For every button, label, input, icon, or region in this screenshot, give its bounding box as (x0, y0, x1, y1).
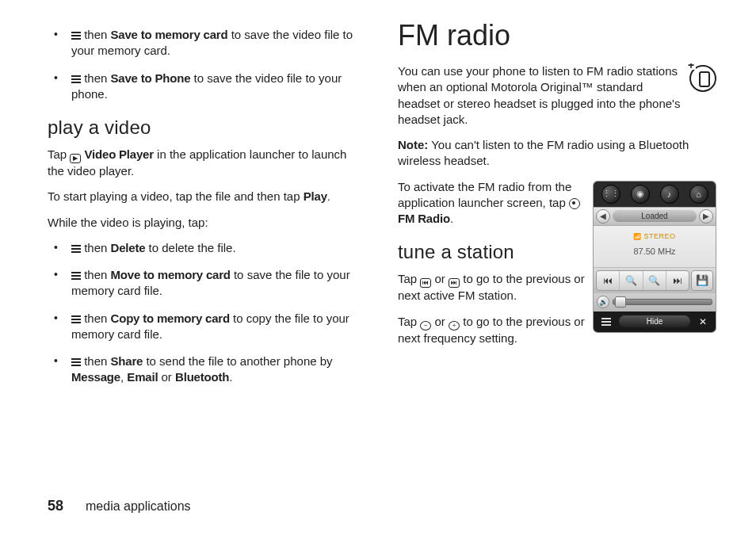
page-number: 58 (48, 498, 63, 514)
bullet-share: then Share to send the file to another p… (71, 353, 366, 386)
fm-top-button-2[interactable]: ◉ (631, 185, 650, 204)
fm-top-bar: ⋮⋮ ◉ ♪ ⌂ (594, 182, 716, 207)
action-save-memory: Save to memory card (111, 28, 228, 41)
note-label: Note: (398, 138, 428, 151)
fm-hide-button[interactable]: Hide (619, 315, 690, 327)
then-text: then (81, 311, 111, 325)
headset-accessory-icon (689, 65, 716, 92)
tune-station-heading: tune a station (398, 241, 585, 263)
fm-freq-down-button[interactable]: 🔍 (620, 271, 643, 290)
bullet-delete: then Delete to delete the file. (71, 240, 366, 256)
freq-up-icon: + (449, 321, 460, 331)
fm-next-station-button[interactable]: ⏭ (666, 271, 689, 290)
fm-status-row: ◀ Loaded ▶ (594, 207, 716, 226)
play-p1: Tap ▶ Video Player in the application la… (48, 147, 366, 179)
fm-stereo-label: STEREO (598, 232, 711, 240)
play-bullet-list: then Delete to delete the file. then Mov… (48, 240, 366, 386)
page-footer: 58media applications (48, 498, 191, 514)
fm-freq-up-button[interactable]: 🔍 (643, 271, 666, 290)
right-column: FM radio You can use your phone to liste… (398, 24, 716, 468)
fm-radio-label: FM Radio (398, 212, 450, 225)
bullet-save-memory: then Save to memory card to save the vid… (71, 27, 366, 59)
then-text: then (81, 241, 111, 254)
play-action: Play (304, 189, 327, 203)
text: or (158, 370, 175, 384)
fm-display: STEREO 87.50 MHz (594, 226, 716, 268)
tune-p2: Tap − or + to go to the previous or next… (398, 314, 585, 346)
fm-radio-heading: FM radio (398, 19, 716, 52)
left-column: then Save to memory card to save the vid… (48, 24, 366, 468)
fm-save-preset-button[interactable]: 💾 (691, 270, 713, 291)
then-text: then (81, 71, 111, 85)
bullet-copy-memory: then Copy to memory card to copy the fil… (71, 311, 366, 343)
share-email: Email (127, 370, 158, 384)
then-text: then (81, 268, 111, 281)
prev-station-icon: ⏮ (420, 278, 431, 288)
menu-icon (71, 358, 81, 366)
then-text: then (81, 28, 111, 41)
play-p2: To start playing a video, tap the file a… (48, 189, 366, 204)
fm-seek-group: ⏮ 🔍 🔍 ⏭ (596, 270, 689, 291)
video-player-label: Video Player (85, 147, 154, 161)
text: To start playing a video, tap the file a… (48, 189, 304, 203)
bullet-move-memory: then Move to memory card to save the fil… (71, 267, 366, 300)
fm-top-button-4[interactable]: ⌂ (689, 185, 708, 204)
save-bullet-list: then Save to memory card to save the vid… (48, 27, 366, 102)
footer-label: media applications (86, 499, 191, 513)
share-message: Message (71, 370, 120, 384)
text: . (327, 189, 330, 203)
action-move-memory: Move to memory card (111, 268, 231, 281)
fm-control-row: ⏮ 🔍 🔍 ⏭ 💾 (594, 268, 716, 293)
fm-volume-row: 🔊 (594, 293, 716, 311)
action-copy-memory: Copy to memory card (111, 311, 230, 325)
note-text: You can't listen to the FM radio using a… (398, 138, 689, 167)
play-video-heading: play a video (48, 117, 366, 139)
action-save-phone: Save to Phone (111, 71, 191, 85)
action-delete: Delete (111, 241, 146, 254)
text: . (229, 370, 232, 384)
text: Tap (48, 147, 70, 161)
menu-icon (71, 245, 81, 253)
menu-icon (71, 32, 81, 40)
menu-icon (71, 272, 81, 280)
text: Tap (398, 315, 420, 328)
freq-down-icon: − (420, 321, 431, 331)
fm-prev-station-button[interactable]: ⏮ (597, 271, 620, 290)
bullet-save-phone: then Save to Phone to save the video fil… (71, 71, 366, 103)
fm-note: Note: You can't listen to the FM radio u… (398, 137, 716, 170)
text: or (431, 272, 449, 285)
text: To activate the FM radio from the applic… (398, 180, 571, 209)
fm-radio-icon (569, 198, 580, 209)
text: or (431, 315, 449, 328)
menu-icon (71, 315, 81, 323)
fm-menu-button[interactable] (597, 315, 616, 329)
tail-text: to send the file to another phone by (143, 354, 332, 368)
text: . (450, 212, 453, 225)
fm-prev-preset-button[interactable]: ◀ (596, 209, 610, 224)
fm-bottom-bar: Hide ✕ (594, 311, 716, 332)
share-bluetooth: Bluetooth (175, 370, 229, 384)
fm-next-preset-button[interactable]: ▶ (699, 209, 713, 224)
fm-top-button-3[interactable]: ♪ (660, 185, 679, 204)
fm-radio-widget: ⋮⋮ ◉ ♪ ⌂ ◀ Loaded ▶ STEREO 87.50 MHz ⏮ 🔍… (593, 181, 716, 333)
play-p3: While the video is playing, tap: (48, 215, 366, 231)
fm-preset-label: Loaded (613, 210, 697, 222)
text: Tap (398, 272, 420, 285)
fm-close-button[interactable]: ✕ (693, 315, 712, 329)
fm-volume-slider[interactable] (613, 299, 712, 305)
fm-speaker-icon[interactable]: 🔊 (597, 296, 609, 308)
fm-activate: To activate the FM radio from the applic… (398, 179, 585, 227)
then-text: then (81, 354, 111, 368)
tune-p1: Tap ⏮ or ⏭ to go to the previous or next… (398, 271, 585, 304)
fm-frequency: 87.50 MHz (598, 246, 711, 256)
video-player-icon: ▶ (70, 154, 81, 163)
fm-intro: You can use your phone to listen to FM r… (398, 63, 716, 128)
next-station-icon: ⏭ (449, 278, 460, 288)
action-share: Share (111, 354, 143, 368)
fm-top-button-1[interactable]: ⋮⋮ (601, 185, 620, 204)
tail-text: to delete the file. (145, 241, 235, 254)
menu-icon (71, 75, 81, 83)
